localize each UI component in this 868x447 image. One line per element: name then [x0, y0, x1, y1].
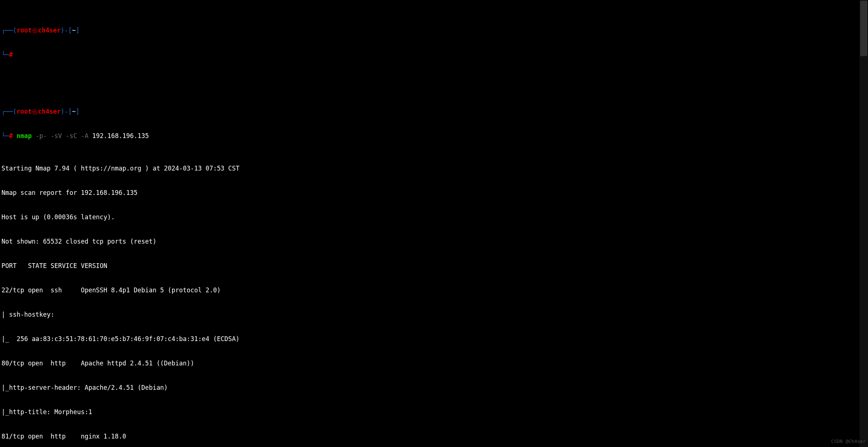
output-line: Nmap scan report for 192.168.196.135 [1, 189, 858, 197]
terminal-viewport[interactable]: ┌──(root㉿ch4ser)-[~] └─# ┌──(root㉿ch4ser… [0, 0, 860, 447]
output-line: 80/tcp open http Apache httpd 2.4.51 ((D… [1, 359, 858, 367]
command-binary: nmap [17, 132, 32, 140]
watermark-text: CSDN @Ch4ser [831, 437, 866, 446]
scrollbar-thumb[interactable] [860, 1, 867, 56]
prompt-line-1-top: ┌──(root㉿ch4ser)-[~] [1, 26, 858, 34]
output-line: | ssh-hostkey: [1, 310, 858, 319]
output-line: Host is up (0.00036s latency). [1, 213, 858, 221]
prompt-line-2-top: ┌──(root㉿ch4ser)-[~] [1, 107, 858, 116]
output-line: Starting Nmap 7.94 ( https://nmap.org ) … [1, 164, 858, 172]
prompt-line-2-bottom: └─# nmap -p- -sV -sC -A 192.168.196.135 [1, 132, 858, 140]
blank-line [1, 75, 858, 83]
output-line: Not shown: 65532 closed tcp ports (reset… [1, 237, 858, 245]
output-line: 81/tcp open http nginx 1.18.0 [1, 432, 858, 440]
output-line: |_http-server-header: Apache/2.4.51 (Deb… [1, 384, 858, 392]
command-target: 192.168.196.135 [92, 132, 149, 140]
output-line: PORT STATE SERVICE VERSION [1, 262, 858, 270]
scrollbar-track[interactable] [860, 0, 868, 447]
command-flags: -p- -sV -sC -A [35, 132, 88, 140]
output-line: 22/tcp open ssh OpenSSH 8.4p1 Debian 5 (… [1, 286, 858, 294]
output-line: |_http-title: Morpheus:1 [1, 408, 858, 416]
prompt-line-1-bottom: └─# [1, 51, 858, 59]
output-line: |_ 256 aa:83:c3:51:78:61:70:e5:b7:46:9f:… [1, 335, 858, 343]
